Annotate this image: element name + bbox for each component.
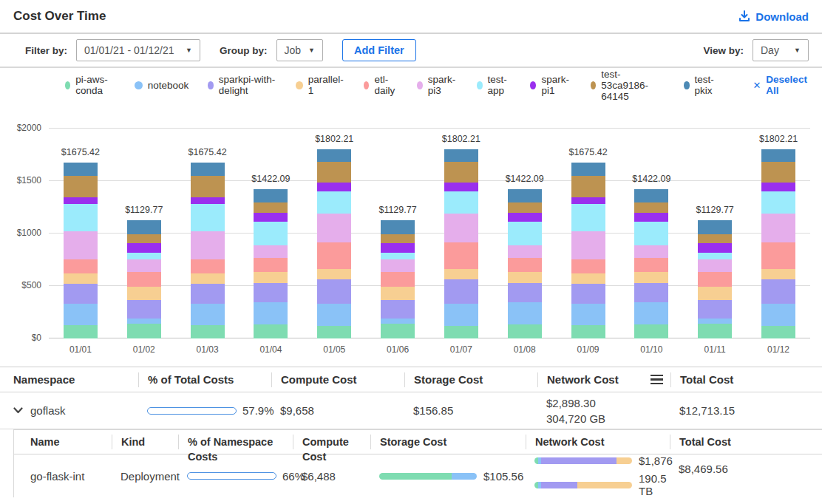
bar-segment-test-pkix: [381, 220, 415, 234]
stacked-bar[interactable]: [571, 163, 605, 338]
legend-label: parallel-1: [308, 74, 344, 96]
mini-bar-segment-purple: [541, 457, 616, 464]
legend-swatch: [530, 81, 536, 89]
download-button[interactable]: Download: [738, 10, 809, 23]
legend-item-pi-aws-conda[interactable]: pi-aws-conda: [65, 74, 115, 96]
legend-items: pi-aws-condanotebooksparkpi-with-delight…: [65, 69, 738, 102]
legend-item-test-app[interactable]: test-app: [477, 74, 511, 96]
deselect-all-button[interactable]: ✕ Deselect All: [753, 74, 809, 96]
bar-segment-pi-aws-conda: [127, 324, 161, 338]
col-total-cost: Total Cost: [670, 372, 822, 387]
mini-bar-segment-orange: [616, 457, 632, 464]
bar-total-label: $1675.42: [61, 147, 100, 157]
legend-item-spark-pi3[interactable]: spark-pi3: [417, 74, 458, 96]
legend-item-sparkpi-with-delight[interactable]: sparkpi-with-delight: [208, 74, 276, 96]
bar-column-01/03: $1675.4201/03: [176, 129, 240, 338]
stacked-bar[interactable]: [698, 220, 732, 338]
bar-total-label: $1129.77: [378, 205, 416, 215]
legend-item-etl-daily[interactable]: etl-daily: [364, 74, 398, 96]
legend-item-test-53ca9186-64145[interactable]: test-53ca9186-64145: [591, 69, 665, 102]
stacked-bar[interactable]: [254, 189, 288, 338]
bar-segment-test-app: [317, 191, 351, 214]
bar-total-label: $1422.09: [506, 174, 544, 184]
namespace-expand-cell[interactable]: goflask: [0, 404, 138, 417]
stacked-bar[interactable]: [191, 163, 225, 338]
x-tick-label: 01/07: [450, 344, 472, 355]
network-volume-value: 190.5 TB: [639, 472, 670, 497]
bar-segment-spark-pi3: [508, 245, 542, 258]
stacked-bar[interactable]: [381, 220, 415, 338]
bar-segment-etl-daily: [317, 242, 351, 270]
bar-segment-test-app: [64, 204, 98, 231]
compute-cost-value: $6,488: [293, 470, 370, 483]
legend-item-spark-pi1[interactable]: spark-pi1: [530, 74, 571, 96]
bar-segment-etl-daily: [571, 259, 605, 273]
y-tick-label: $2000: [7, 123, 41, 133]
legend-swatch: [364, 81, 369, 89]
bar-segment-parallel-1: [381, 287, 415, 300]
stacked-bar[interactable]: [761, 149, 795, 338]
stacked-bar[interactable]: [64, 163, 98, 338]
stacked-bar[interactable]: [317, 149, 351, 338]
bar-segment-sparkpi-with-delight: [127, 300, 161, 319]
bar-segment-test-53ca9186-64145: [508, 202, 542, 213]
bar-segment-parallel-1: [317, 269, 351, 279]
bar-segment-spark-pi3: [381, 259, 415, 273]
bar-segment-parallel-1: [761, 269, 795, 279]
bar-segment-spark-pi1: [508, 213, 542, 222]
bar-segment-test-app: [698, 253, 732, 259]
bar-segment-test-53ca9186-64145: [191, 176, 225, 197]
add-filter-button[interactable]: Add Filter: [342, 39, 416, 61]
stacked-bar[interactable]: [634, 189, 668, 338]
bar-segment-test-app: [508, 222, 542, 245]
legend-item-test-pkix[interactable]: test-pkix: [684, 74, 719, 96]
bar-segment-notebook: [761, 304, 795, 326]
bar-segment-spark-pi1: [761, 183, 795, 191]
group-by-select[interactable]: Job ▼: [276, 39, 324, 61]
network-cost-label: Network Cost: [547, 372, 619, 387]
chevron-down-icon[interactable]: [13, 407, 23, 414]
bar-segment-pi-aws-conda: [508, 324, 542, 338]
legend-item-notebook[interactable]: notebook: [135, 80, 189, 91]
bar-segment-test-pkix: [127, 220, 161, 234]
bar-column-01/01: $1675.4201/01: [49, 129, 112, 338]
storage-cost-value: $105.56: [483, 470, 523, 483]
bar-segment-parallel-1: [508, 272, 542, 284]
legend-item-parallel-1[interactable]: parallel-1: [296, 74, 344, 96]
stacked-bar[interactable]: [508, 189, 542, 338]
stacked-bar[interactable]: [127, 220, 161, 338]
x-tick-label: 01/10: [640, 344, 662, 355]
bar-total-label: $1422.09: [251, 174, 290, 184]
bar-segment-sparkpi-with-delight: [698, 300, 732, 319]
bar-series: $1675.4201/01$1129.7701/02$1675.4201/03$…: [49, 129, 810, 338]
mini-bar-segment-blue: [452, 473, 477, 480]
legend-swatch: [417, 81, 423, 89]
network-cost-cell: $1,876 190.5 TB: [526, 454, 670, 497]
x-tick-label: 01/04: [259, 344, 282, 355]
x-tick-label: 01/11: [704, 344, 726, 355]
network-cost-cell: $2,898.30 304,720 GB: [537, 395, 670, 426]
bar-segment-pi-aws-conda: [444, 326, 478, 338]
bar-column-01/05: $1802.2101/05: [302, 129, 366, 338]
bar-segment-spark-pi1: [571, 197, 605, 204]
chevron-down-icon: ▼: [308, 47, 315, 54]
bar-segment-etl-daily: [634, 258, 668, 272]
page-title: Cost Over Time: [13, 9, 106, 24]
legend-label: test-53ca9186-64145: [601, 69, 665, 102]
bar-segment-notebook: [64, 304, 98, 325]
workload-name[interactable]: go-flask-int: [14, 470, 112, 483]
legend-label: notebook: [148, 80, 189, 91]
bar-segment-test-app: [444, 191, 478, 214]
chart-plot-area: $1675.4201/01$1129.7701/02$1675.4201/03$…: [49, 129, 810, 338]
col-total-cost: Total Cost: [670, 435, 822, 449]
view-by-select[interactable]: Day ▼: [753, 39, 809, 61]
view-by-value: Day: [761, 44, 779, 56]
y-tick-label: $500: [7, 280, 41, 290]
column-menu-icon[interactable]: [651, 375, 663, 385]
stacked-bar[interactable]: [444, 149, 478, 338]
y-tick-label: $1500: [7, 175, 41, 185]
bar-segment-notebook: [127, 319, 161, 324]
bar-segment-test-53ca9186-64145: [634, 202, 668, 213]
x-tick-label: 01/02: [133, 344, 155, 355]
date-range-select[interactable]: 01/01/21 - 01/12/21 ▼: [76, 39, 200, 61]
